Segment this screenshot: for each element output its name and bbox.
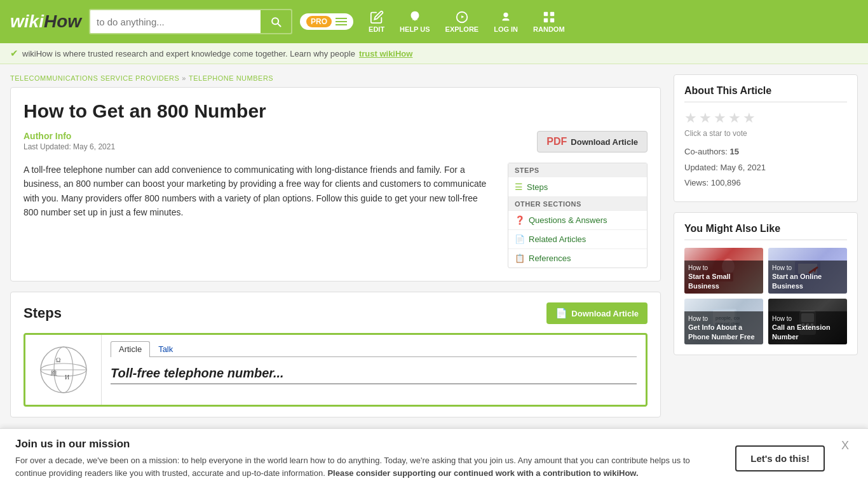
article-title: How to Get an 800 Number	[24, 100, 648, 122]
random-label: RANDOM	[533, 25, 565, 33]
updated-date: May 6, 2021	[720, 163, 766, 172]
steps-header: Steps 📄 Download Article	[24, 302, 648, 324]
login-icon	[499, 10, 513, 24]
edit-icon	[370, 10, 384, 24]
about-article-card: About This Article ★ ★ ★ ★ ★ Click a sta…	[674, 74, 858, 202]
toc-qa-icon: ❓	[515, 215, 525, 225]
logo-how: How	[44, 11, 81, 32]
toc-qa-text: Questions & Answers	[529, 215, 607, 225]
random-icon	[542, 10, 556, 24]
site-header: wikiHow PRO EDIT HELP US EXPLORE	[0, 0, 868, 43]
trust-link[interactable]: trust wikiHow	[359, 49, 413, 58]
you-like-item-4[interactable]: How to Call an Extension Number	[768, 299, 847, 344]
edit-label: EDIT	[369, 25, 384, 33]
you-like-overlay-4: How to Call an Extension Number	[768, 311, 847, 344]
trust-text: wikiHow is where trusted research and ex…	[22, 49, 355, 58]
toc-item-related[interactable]: 📄 Related Articles	[508, 230, 647, 249]
last-updated: Last Updated: May 6, 2021	[24, 142, 115, 151]
search-button[interactable]	[261, 10, 291, 33]
wiki-tabs: Article Talk	[111, 341, 637, 357]
login-label: LOG IN	[494, 25, 518, 33]
nav-item-login[interactable]: LOG IN	[494, 10, 518, 33]
star-1[interactable]: ★	[684, 110, 697, 126]
toc-refs-icon: 📋	[515, 254, 525, 263]
download-article-button-top[interactable]: PDF Download Article	[537, 131, 648, 152]
download-btn-label-top: Download Article	[571, 137, 638, 147]
trust-bar: ✔ wikiHow is where trusted research and …	[0, 43, 868, 64]
main-layout: TELECOMMUNICATIONS SERVICE PROVIDERS » T…	[0, 64, 868, 438]
svg-rect-2	[544, 18, 548, 22]
logo[interactable]: wikiHow	[10, 11, 81, 32]
stars-container: ★ ★ ★ ★ ★ Click a star to vote	[684, 110, 756, 138]
table-of-contents: STEPS ☰ Steps OTHER SECTIONS ❓ Questions…	[508, 163, 648, 268]
star-3[interactable]: ★	[714, 110, 726, 126]
wiki-tab-article[interactable]: Article	[111, 341, 150, 357]
you-like-item-3[interactable]: people, contact info & ground checks How…	[684, 299, 763, 344]
toc-other-label: OTHER SECTIONS	[508, 197, 647, 211]
you-like-overlay-2: How to Start an Online Business	[768, 261, 847, 294]
explore-icon	[455, 10, 469, 24]
svg-rect-0	[544, 12, 548, 16]
author-block: Author Info Last Updated: May 6, 2021	[24, 131, 115, 151]
you-like-overlay-1: How to Start a Small Business	[684, 261, 763, 294]
coauthors-row: Co-authors: 15	[684, 144, 847, 160]
pdf-icon-top: PDF	[546, 136, 567, 147]
updated-row: Updated: May 6, 2021	[684, 160, 847, 176]
breadcrumb-item-2[interactable]: TELEPHONE NUMBERS	[189, 74, 273, 82]
wikipedia-globe-icon: Ω 維 И	[38, 344, 89, 395]
star-5[interactable]: ★	[743, 110, 756, 126]
star-4[interactable]: ★	[728, 110, 741, 126]
steps-card: Steps 📄 Download Article Ω	[10, 292, 661, 417]
stars-row: ★ ★ ★ ★ ★ Click a star to vote	[684, 110, 847, 138]
views-row: Views: 100,896	[684, 175, 847, 191]
toc-steps-icon: ☰	[515, 182, 523, 192]
search-input[interactable]	[90, 11, 261, 32]
toc-related-icon: 📄	[515, 234, 525, 244]
star-rating[interactable]: ★ ★ ★ ★ ★	[684, 110, 756, 126]
you-might-like-card: You Might Also Like How to Start a Small…	[674, 212, 858, 355]
toc-steps-label: STEPS	[508, 163, 647, 177]
nav-item-help[interactable]: HELP US	[400, 10, 430, 33]
toc-steps-text: Steps	[527, 182, 548, 192]
explore-label: EXPLORE	[445, 25, 479, 33]
you-like-item-1[interactable]: How to Start a Small Business	[684, 248, 763, 294]
you-like-overlay-3: How to Get Info About a Phone Number Fre…	[684, 311, 763, 344]
download-btn-steps-label: Download Article	[571, 309, 639, 318]
toc-item-references[interactable]: 📋 References	[508, 249, 647, 268]
steps-title: Steps	[24, 305, 62, 322]
you-like-item-2[interactable]: How to Start an Online Business	[768, 248, 847, 294]
article-area: TELECOMMUNICATIONS SERVICE PROVIDERS » T…	[10, 74, 661, 428]
wiki-heading: Toll-free telephone number...	[111, 362, 637, 384]
toc-related-text: Related Articles	[529, 234, 586, 244]
wiki-embed-inner: Ω 維 И Article Talk Toll-free telephone n…	[25, 335, 646, 405]
breadcrumb: TELECOMMUNICATIONS SERVICE PROVIDERS » T…	[10, 74, 661, 82]
search-icon	[269, 15, 282, 28]
author-name[interactable]: Author Info	[24, 131, 115, 141]
article-text: A toll-free telephone number can add con…	[24, 163, 495, 268]
toc-refs-text: References	[529, 254, 571, 263]
svg-text:Ω: Ω	[56, 356, 60, 363]
svg-rect-3	[550, 18, 554, 22]
svg-rect-1	[550, 12, 554, 16]
nav-item-explore[interactable]: EXPLORE	[445, 10, 479, 33]
nav-item-edit[interactable]: EDIT	[369, 10, 384, 33]
pro-button[interactable]: PRO	[300, 13, 353, 30]
svg-text:И: И	[65, 374, 69, 381]
wiki-content-area: Article Talk Toll-free telephone number.…	[102, 335, 646, 405]
breadcrumb-item-1[interactable]: TELECOMMUNICATIONS SERVICE PROVIDERS	[10, 74, 179, 82]
toc-item-steps[interactable]: ☰ Steps	[508, 177, 647, 197]
nav-item-random[interactable]: RANDOM	[533, 10, 565, 33]
you-might-like-title: You Might Also Like	[684, 223, 847, 240]
help-us-icon	[408, 10, 422, 24]
search-container	[89, 9, 292, 34]
sidebar: About This Article ★ ★ ★ ★ ★ Click a sta…	[674, 74, 858, 428]
trust-check-icon: ✔	[10, 48, 18, 59]
pdf-icon-steps: 📄	[555, 308, 567, 319]
star-2[interactable]: ★	[699, 110, 712, 126]
views-count: 100,896	[711, 178, 741, 187]
toc-item-qa[interactable]: ❓ Questions & Answers	[508, 211, 647, 230]
download-article-button-steps[interactable]: 📄 Download Article	[546, 302, 648, 324]
wiki-tab-talk[interactable]: Talk	[150, 341, 181, 356]
coauthors-count: 15	[730, 147, 739, 156]
about-meta: Co-authors: 15 Updated: May 6, 2021 View…	[684, 144, 847, 191]
